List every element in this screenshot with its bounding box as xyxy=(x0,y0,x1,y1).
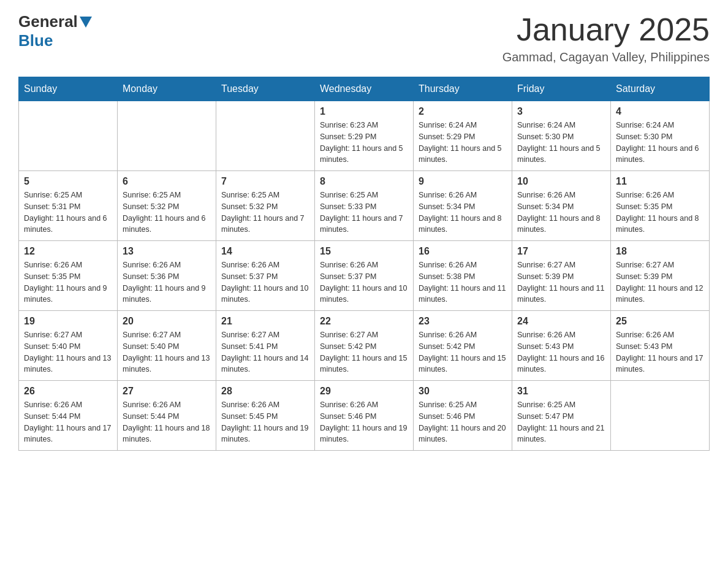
day-number: 7 xyxy=(221,176,309,187)
calendar-cell: 25Sunrise: 6:26 AM Sunset: 5:43 PM Dayli… xyxy=(611,311,710,381)
day-info: Sunrise: 6:26 AM Sunset: 5:34 PM Dayligh… xyxy=(419,190,507,236)
day-number: 3 xyxy=(517,106,605,117)
day-info: Sunrise: 6:26 AM Sunset: 5:38 PM Dayligh… xyxy=(419,259,507,305)
day-number: 30 xyxy=(419,386,507,397)
day-number: 16 xyxy=(419,246,507,257)
calendar-cell: 30Sunrise: 6:25 AM Sunset: 5:46 PM Dayli… xyxy=(414,381,512,451)
page-header: General Blue January 2025 Gammad, Cagaya… xyxy=(18,12,710,64)
day-info: Sunrise: 6:25 AM Sunset: 5:47 PM Dayligh… xyxy=(517,399,605,445)
logo-triangle-icon xyxy=(80,17,92,28)
day-info: Sunrise: 6:26 AM Sunset: 5:36 PM Dayligh… xyxy=(123,259,211,305)
calendar-cell: 2Sunrise: 6:24 AM Sunset: 5:29 PM Daylig… xyxy=(414,101,512,171)
calendar-cell: 31Sunrise: 6:25 AM Sunset: 5:47 PM Dayli… xyxy=(512,381,611,451)
calendar-cell xyxy=(118,101,216,171)
day-number: 1 xyxy=(320,106,408,117)
calendar-cell: 24Sunrise: 6:26 AM Sunset: 5:43 PM Dayli… xyxy=(512,311,611,381)
day-number: 4 xyxy=(616,106,704,117)
day-number: 13 xyxy=(123,246,211,257)
calendar-cell: 19Sunrise: 6:27 AM Sunset: 5:40 PM Dayli… xyxy=(19,311,118,381)
calendar-cell: 20Sunrise: 6:27 AM Sunset: 5:40 PM Dayli… xyxy=(118,311,216,381)
calendar-cell: 1Sunrise: 6:23 AM Sunset: 5:29 PM Daylig… xyxy=(315,101,414,171)
day-info: Sunrise: 6:27 AM Sunset: 5:42 PM Dayligh… xyxy=(320,329,408,375)
logo-blue-text: Blue xyxy=(18,31,53,50)
day-number: 6 xyxy=(123,176,211,187)
day-number: 15 xyxy=(320,246,408,257)
day-info: Sunrise: 6:24 AM Sunset: 5:29 PM Dayligh… xyxy=(419,120,507,166)
calendar-cell: 10Sunrise: 6:26 AM Sunset: 5:34 PM Dayli… xyxy=(512,171,611,241)
calendar-cell xyxy=(611,381,710,451)
calendar-cell: 15Sunrise: 6:26 AM Sunset: 5:37 PM Dayli… xyxy=(315,241,414,311)
day-info: Sunrise: 6:27 AM Sunset: 5:41 PM Dayligh… xyxy=(221,329,309,375)
day-number: 22 xyxy=(320,316,408,327)
header-saturday: Saturday xyxy=(611,77,710,101)
day-info: Sunrise: 6:27 AM Sunset: 5:40 PM Dayligh… xyxy=(24,329,112,375)
day-info: Sunrise: 6:25 AM Sunset: 5:31 PM Dayligh… xyxy=(24,190,112,236)
calendar-cell: 5Sunrise: 6:25 AM Sunset: 5:31 PM Daylig… xyxy=(19,171,118,241)
calendar-cell: 21Sunrise: 6:27 AM Sunset: 5:41 PM Dayli… xyxy=(216,311,315,381)
calendar-cell: 22Sunrise: 6:27 AM Sunset: 5:42 PM Dayli… xyxy=(315,311,414,381)
calendar-cell: 29Sunrise: 6:26 AM Sunset: 5:46 PM Dayli… xyxy=(315,381,414,451)
day-number: 5 xyxy=(24,176,112,187)
calendar-cell: 11Sunrise: 6:26 AM Sunset: 5:35 PM Dayli… xyxy=(611,171,710,241)
calendar-cell: 8Sunrise: 6:25 AM Sunset: 5:33 PM Daylig… xyxy=(315,171,414,241)
calendar-week-4: 19Sunrise: 6:27 AM Sunset: 5:40 PM Dayli… xyxy=(19,311,710,381)
header-thursday: Thursday xyxy=(414,77,512,101)
day-number: 8 xyxy=(320,176,408,187)
header-wednesday: Wednesday xyxy=(315,77,414,101)
calendar-cell: 13Sunrise: 6:26 AM Sunset: 5:36 PM Dayli… xyxy=(118,241,216,311)
day-info: Sunrise: 6:26 AM Sunset: 5:45 PM Dayligh… xyxy=(221,399,309,445)
calendar-cell: 16Sunrise: 6:26 AM Sunset: 5:38 PM Dayli… xyxy=(414,241,512,311)
day-number: 19 xyxy=(24,316,112,327)
day-info: Sunrise: 6:26 AM Sunset: 5:35 PM Dayligh… xyxy=(24,259,112,305)
day-number: 11 xyxy=(616,176,704,187)
calendar-week-2: 5Sunrise: 6:25 AM Sunset: 5:31 PM Daylig… xyxy=(19,171,710,241)
day-number: 20 xyxy=(123,316,211,327)
day-number: 27 xyxy=(123,386,211,397)
day-number: 21 xyxy=(221,316,309,327)
calendar-cell: 26Sunrise: 6:26 AM Sunset: 5:44 PM Dayli… xyxy=(19,381,118,451)
day-number: 31 xyxy=(517,386,605,397)
day-info: Sunrise: 6:26 AM Sunset: 5:42 PM Dayligh… xyxy=(419,329,507,375)
day-number: 12 xyxy=(24,246,112,257)
calendar-cell: 14Sunrise: 6:26 AM Sunset: 5:37 PM Dayli… xyxy=(216,241,315,311)
calendar-cell: 4Sunrise: 6:24 AM Sunset: 5:30 PM Daylig… xyxy=(611,101,710,171)
calendar-cell: 9Sunrise: 6:26 AM Sunset: 5:34 PM Daylig… xyxy=(414,171,512,241)
calendar-cell: 18Sunrise: 6:27 AM Sunset: 5:39 PM Dayli… xyxy=(611,241,710,311)
calendar-week-5: 26Sunrise: 6:26 AM Sunset: 5:44 PM Dayli… xyxy=(19,381,710,451)
day-number: 23 xyxy=(419,316,507,327)
day-info: Sunrise: 6:25 AM Sunset: 5:46 PM Dayligh… xyxy=(419,399,507,445)
day-info: Sunrise: 6:26 AM Sunset: 5:43 PM Dayligh… xyxy=(616,329,704,375)
day-info: Sunrise: 6:25 AM Sunset: 5:32 PM Dayligh… xyxy=(221,190,309,236)
day-number: 28 xyxy=(221,386,309,397)
day-info: Sunrise: 6:26 AM Sunset: 5:44 PM Dayligh… xyxy=(123,399,211,445)
logo-general-text: General xyxy=(18,12,78,31)
day-number: 2 xyxy=(419,106,507,117)
calendar-week-3: 12Sunrise: 6:26 AM Sunset: 5:35 PM Dayli… xyxy=(19,241,710,311)
calendar-header-row: Sunday Monday Tuesday Wednesday Thursday… xyxy=(19,77,710,101)
day-number: 26 xyxy=(24,386,112,397)
day-info: Sunrise: 6:26 AM Sunset: 5:37 PM Dayligh… xyxy=(221,259,309,305)
day-info: Sunrise: 6:23 AM Sunset: 5:29 PM Dayligh… xyxy=(320,120,408,166)
day-number: 17 xyxy=(517,246,605,257)
location-subtitle: Gammad, Cagayan Valley, Philippines xyxy=(502,50,710,64)
header-monday: Monday xyxy=(118,77,216,101)
day-info: Sunrise: 6:27 AM Sunset: 5:40 PM Dayligh… xyxy=(123,329,211,375)
calendar-cell: 17Sunrise: 6:27 AM Sunset: 5:39 PM Dayli… xyxy=(512,241,611,311)
header-tuesday: Tuesday xyxy=(216,77,315,101)
title-section: January 2025 Gammad, Cagayan Valley, Phi… xyxy=(502,12,710,64)
day-number: 25 xyxy=(616,316,704,327)
day-info: Sunrise: 6:26 AM Sunset: 5:46 PM Dayligh… xyxy=(320,399,408,445)
day-info: Sunrise: 6:26 AM Sunset: 5:43 PM Dayligh… xyxy=(517,329,605,375)
day-info: Sunrise: 6:24 AM Sunset: 5:30 PM Dayligh… xyxy=(517,120,605,166)
day-info: Sunrise: 6:24 AM Sunset: 5:30 PM Dayligh… xyxy=(616,120,704,166)
header-sunday: Sunday xyxy=(19,77,118,101)
month-title: January 2025 xyxy=(502,12,710,47)
day-info: Sunrise: 6:26 AM Sunset: 5:34 PM Dayligh… xyxy=(517,190,605,236)
calendar-cell: 28Sunrise: 6:26 AM Sunset: 5:45 PM Dayli… xyxy=(216,381,315,451)
calendar-week-1: 1Sunrise: 6:23 AM Sunset: 5:29 PM Daylig… xyxy=(19,101,710,171)
calendar-cell: 7Sunrise: 6:25 AM Sunset: 5:32 PM Daylig… xyxy=(216,171,315,241)
calendar-cell: 23Sunrise: 6:26 AM Sunset: 5:42 PM Dayli… xyxy=(414,311,512,381)
calendar-cell xyxy=(19,101,118,171)
day-info: Sunrise: 6:25 AM Sunset: 5:33 PM Dayligh… xyxy=(320,190,408,236)
day-info: Sunrise: 6:25 AM Sunset: 5:32 PM Dayligh… xyxy=(123,190,211,236)
